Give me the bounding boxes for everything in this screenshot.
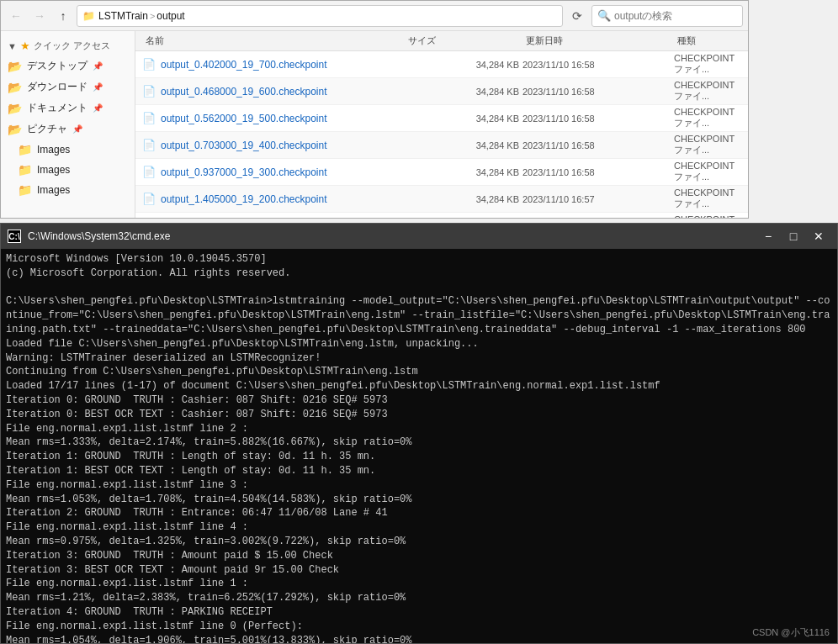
folder-icon: 📂 [8, 81, 22, 94]
explorer-window: ← → ↑ 📁 LSTMTrain > output ⟳ 🔍 ▼ ★ クイック … [0, 0, 749, 219]
file-type: CHECKPOINT ファイ... [674, 214, 741, 218]
cmd-line: Mean rms=1.054%, delta=1.906%, train=5.0… [6, 634, 832, 643]
cmd-line: (c) Microsoft Corporation. All rights re… [6, 267, 832, 281]
file-size: 34,284 KB [405, 194, 522, 204]
cmd-icon: C:\ [8, 230, 21, 243]
table-row[interactable]: 📄output_0.703000_19_400.checkpoint34,284… [135, 132, 748, 159]
close-button[interactable]: ✕ [807, 227, 830, 245]
sidebar-item-label: ピクチャ [27, 122, 67, 136]
col-type[interactable]: 種類 [674, 33, 741, 49]
col-size[interactable]: サイズ [405, 33, 522, 49]
quick-access-label: クイック アクセス [34, 40, 110, 52]
cmd-line: File eng.normal.exp1.list.lstmf line 3 : [6, 478, 832, 493]
cmd-line: Iteration 1: GROUND TRUTH : Length of st… [6, 450, 832, 464]
table-row[interactable]: 📄output_0.468000_19_600.checkpoint34,284… [135, 78, 748, 105]
folder-icon-sm: 📁 [82, 10, 95, 22]
table-row[interactable]: 📄output_0.402000_19_700.checkpoint34,284… [135, 51, 748, 78]
file-date: 2023/11/10 16:58 [522, 140, 674, 150]
maximize-button[interactable]: □ [782, 227, 805, 245]
minimize-button[interactable]: − [756, 227, 780, 245]
address-bar: 📁 LSTMTrain > output [77, 5, 563, 27]
file-icon: 📄 [142, 85, 156, 98]
file-name: output_0.937000_19_300.checkpoint [161, 166, 327, 178]
breadcrumb-parent[interactable]: LSTMTrain [98, 10, 148, 22]
search-icon: 🔍 [597, 9, 611, 22]
cmd-title: C:\Windows\System32\cmd.exe [28, 230, 750, 242]
sidebar-item-downloads[interactable]: 📂 ダウンロード 📌 [1, 77, 135, 98]
search-input[interactable] [614, 10, 737, 22]
explorer-body: ▼ ★ クイック アクセス 📂 デスクトップ 📌 📂 ダウンロード 📌 📂 ドキ… [1, 31, 748, 218]
file-date: 2023/11/10 16:57 [522, 194, 674, 204]
refresh-button[interactable]: ⟳ [566, 5, 588, 27]
sidebar-quick-access-header: ▼ ★ クイック アクセス [1, 36, 135, 55]
cmd-line: Iteration 3: GROUND TRUTH : Amount paid … [6, 549, 832, 563]
folder-icon: 📁 [18, 163, 32, 177]
file-type: CHECKPOINT ファイ... [674, 80, 741, 103]
file-size: 34,284 KB [405, 140, 522, 150]
file-name: output_0.703000_19_400.checkpoint [161, 140, 327, 151]
cmd-body: Microsoft Windows [Version 10.0.19045.35… [1, 249, 837, 643]
sidebar-item-desktop[interactable]: 📂 デスクトップ 📌 [1, 55, 135, 77]
cmd-titlebar: C:\ C:\Windows\System32\cmd.exe − □ ✕ [1, 224, 837, 249]
folder-icon: 📁 [18, 143, 32, 156]
cmd-line: Mean rms=1.21%, delta=2.383%, train=6.25… [6, 591, 832, 605]
folder-icon: 📁 [18, 183, 32, 197]
file-name: output_0.562000_19_500.checkpoint [161, 113, 327, 124]
sidebar-item-label: Images [37, 184, 70, 196]
file-name-cell: 📄output_0.402000_19_700.checkpoint [142, 58, 405, 71]
sidebar-item-pictures[interactable]: 📂 ピクチャ 📌 [1, 119, 135, 140]
forward-button[interactable]: → [29, 6, 50, 26]
watermark: CSDN @小飞1116 [752, 626, 830, 639]
breadcrumb-sep: > [150, 11, 155, 21]
cmd-line: Iteration 0: GROUND TRUTH : Cashier: 087… [6, 393, 832, 408]
sidebar-item-images-1[interactable]: 📁 Images [1, 140, 135, 160]
file-date: 2023/11/10 16:58 [522, 60, 674, 70]
file-rows-container: 📄output_0.402000_19_700.checkpoint34,284… [135, 51, 748, 218]
file-date: 2023/11/10 16:58 [522, 113, 674, 124]
table-row[interactable]: 📄output_0.937000_19_300.checkpoint34,284… [135, 159, 748, 186]
file-type: CHECKPOINT ファイ... [674, 187, 741, 210]
pin-icon: 📌 [93, 61, 103, 71]
sidebar-item-images-3[interactable]: 📁 Images [1, 180, 135, 200]
up-button[interactable]: ↑ [53, 6, 73, 26]
breadcrumb-current[interactable]: output [156, 10, 184, 22]
table-row[interactable]: 📄output_0.562000_19_500.checkpoint34,284… [135, 105, 748, 132]
file-size: 34,284 KB [405, 167, 522, 177]
cmd-line: Continuing from C:\Users\shen_pengfei.pf… [6, 365, 832, 379]
col-name[interactable]: 名前 [142, 33, 405, 49]
file-date: 2023/11/10 16:58 [522, 167, 674, 177]
back-button[interactable]: ← [6, 6, 26, 26]
sidebar-item-documents[interactable]: 📂 ドキュメント 📌 [1, 98, 135, 119]
file-type: CHECKPOINT ファイ... [674, 134, 741, 156]
pin-icon: 📌 [72, 124, 82, 134]
folder-icon: 📂 [8, 102, 22, 115]
folder-icon: 📂 [8, 123, 22, 136]
file-type: CHECKPOINT ファイ... [674, 161, 741, 183]
file-icon: 📄 [142, 112, 156, 124]
cmd-window: C:\ C:\Windows\System32\cmd.exe − □ ✕ Mi… [0, 223, 838, 644]
sidebar-item-label: ダウンロード [27, 80, 88, 94]
cmd-line: Warning: LSTMTrainer deserialized an LST… [6, 351, 832, 366]
col-date[interactable]: 更新日時 [522, 33, 674, 49]
file-name: output_0.468000_19_600.checkpoint [161, 86, 327, 98]
file-icon: 📄 [142, 193, 156, 205]
file-name-cell: 📄output_0.937000_19_300.checkpoint [142, 166, 405, 178]
table-row[interactable]: 📄output_1.405000_19_200.checkpoint34,284… [135, 186, 748, 213]
cmd-line: Mean rms=0.975%, delta=1.325%, train=3.0… [6, 535, 832, 549]
file-size: 34,284 KB [405, 60, 522, 70]
cmd-line: C:\Users\shen_pengfei.pfu\Desktop\LSTMTr… [6, 294, 832, 336]
file-size: 34,284 KB [405, 87, 522, 97]
table-row[interactable]: 📄output_2.811000_19_100.checkpoint34,284… [135, 213, 748, 218]
breadcrumb: LSTMTrain > output [98, 10, 185, 22]
cmd-line: Microsoft Windows [Version 10.0.19045.35… [6, 252, 832, 267]
cmd-line: Iteration 3: BEST OCR TEXT : Amount paid… [6, 563, 832, 578]
cmd-line: File eng.normal.exp1.list.lstmf line 4 : [6, 520, 832, 535]
sidebar-item-images-2[interactable]: 📁 Images [1, 160, 135, 180]
cmd-line: Loaded file C:\Users\shen_pengfei.pfu\De… [6, 337, 832, 351]
sidebar-item-label: ドキュメント [27, 101, 88, 115]
sidebar-item-label: Images [37, 164, 70, 176]
folder-icon: 📂 [8, 60, 22, 73]
cmd-line: Mean rms=1.053%, delta=1.708%, train=4.5… [6, 493, 832, 507]
file-icon: 📄 [142, 139, 156, 151]
cmd-line: File eng.normal.exp1.list.lstmf line 0 (… [6, 620, 832, 634]
